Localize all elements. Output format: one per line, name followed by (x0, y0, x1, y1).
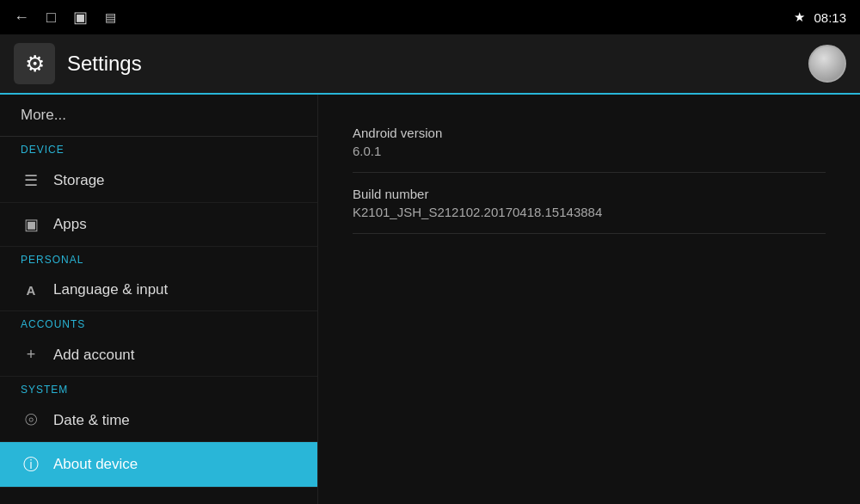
back-icon[interactable]: ← (14, 9, 29, 27)
time-display: 08:13 (814, 10, 846, 25)
section-label-accounts: ACCOUNTS (0, 311, 317, 334)
sidebar-item-about-device-label: About device (53, 456, 138, 473)
sidebar-item-date-time-label: Date & time (53, 412, 130, 429)
recents-icon[interactable]: ▣ (73, 8, 88, 27)
sidebar-item-about-device[interactable]: ⓘ About device (0, 442, 317, 488)
sidebar-item-storage-label: Storage (53, 172, 105, 189)
sidebar-item-apps[interactable]: ▣ Apps (0, 203, 317, 247)
nav-buttons: ← □ ▣ ▤ (14, 8, 116, 27)
build-number-row: Build number K2101_JSH_S212102.20170418.… (353, 173, 826, 234)
sidebar-item-date-time[interactable]: ⦾ Date & time (0, 399, 317, 442)
add-account-icon: + (21, 346, 41, 364)
sidebar-item-more[interactable]: More... (0, 95, 317, 137)
section-label-personal: PERSONAL (0, 247, 317, 269)
app-header: ⚙ Settings (0, 34, 860, 95)
sidebar-item-add-account[interactable]: + Add account (0, 334, 317, 377)
status-indicators: ★ 08:13 (794, 9, 846, 25)
language-icon: A (21, 283, 41, 298)
sidebar: More... DEVICE ☰ Storage ▣ Apps PERSONAL… (0, 95, 318, 504)
app-icon: ⚙ (14, 43, 55, 84)
datetime-icon: ⦾ (21, 411, 41, 429)
android-version-value: 6.0.1 (353, 144, 826, 158)
page-title: Settings (67, 52, 142, 76)
storage-icon: ☰ (21, 171, 41, 190)
sidebar-item-add-account-label: Add account (53, 347, 135, 364)
build-number-value: K2101_JSH_S212102.20170418.15143884 (353, 205, 826, 219)
sidebar-item-language-label: Language & input (53, 281, 168, 298)
header-left: ⚙ Settings (14, 43, 142, 84)
android-version-row: Android version 6.0.1 (353, 112, 826, 173)
sidebar-item-apps-label: Apps (53, 216, 87, 233)
build-number-label: Build number (353, 187, 826, 201)
gear-icon: ⚙ (25, 51, 45, 77)
apps-icon: ▣ (21, 215, 41, 234)
sidebar-item-language[interactable]: A Language & input (0, 269, 317, 311)
status-bar: ← □ ▣ ▤ ★ 08:13 (0, 0, 860, 34)
about-device-icon: ⓘ (21, 454, 41, 475)
content-area: Android version 6.0.1 Build number K2101… (318, 95, 860, 504)
android-version-label: Android version (353, 126, 826, 140)
main-layout: More... DEVICE ☰ Storage ▣ Apps PERSONAL… (0, 95, 860, 504)
section-label-device: DEVICE (0, 137, 317, 159)
header-avatar[interactable] (808, 45, 846, 83)
section-label-system: SYSTEM (0, 377, 317, 399)
location-icon: ★ (794, 9, 805, 25)
sidebar-item-storage[interactable]: ☰ Storage (0, 159, 317, 203)
home-icon[interactable]: □ (46, 9, 56, 27)
screenshot-icon[interactable]: ▤ (105, 10, 116, 24)
